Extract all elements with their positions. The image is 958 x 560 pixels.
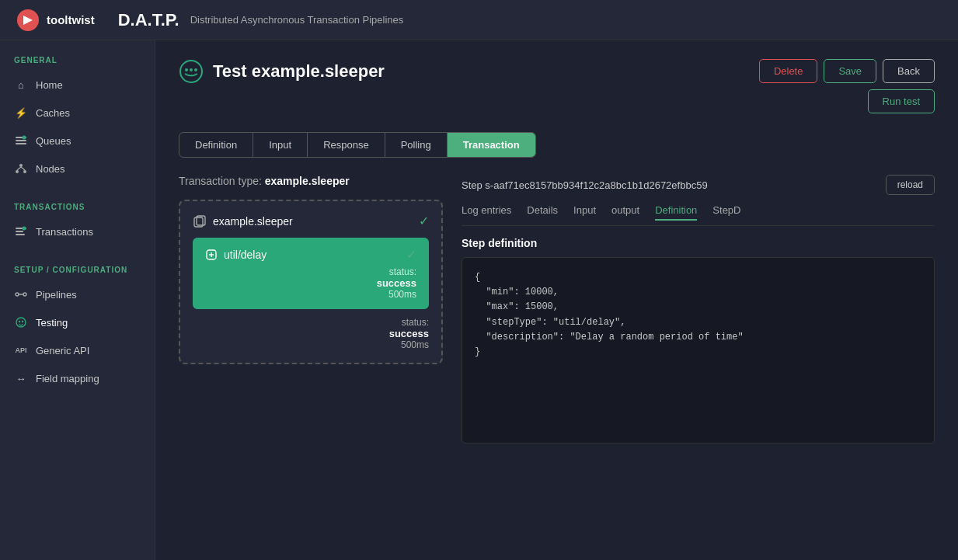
transaction-box-header: example.sleeper ✓ <box>193 214 429 228</box>
svg-point-14 <box>23 227 26 231</box>
transaction-box-title: example.sleeper <box>193 214 293 228</box>
sidebar-item-testing[interactable]: Testing <box>0 308 155 336</box>
step-tab-log-entries[interactable]: Log entries <box>462 204 511 221</box>
svg-point-16 <box>23 293 26 296</box>
home-icon: ⌂ <box>14 78 28 92</box>
svg-point-6 <box>19 164 23 167</box>
app-subtitle: Distributed Asynchronous Transaction Pip… <box>190 14 404 26</box>
setup-section-label: SETUP / CONFIGURATION <box>0 266 155 280</box>
page-title-icon <box>179 59 204 84</box>
fieldmapping-icon: ↔ <box>14 371 28 385</box>
left-panel: Transaction type: example.sleeper exampl… <box>179 175 443 443</box>
svg-rect-12 <box>16 231 23 232</box>
tab-response[interactable]: Response <box>308 133 385 157</box>
transaction-box-name: example.sleeper <box>213 215 293 228</box>
step-status: status: success 500ms <box>205 266 416 300</box>
api-icon: API <box>14 343 28 357</box>
svg-point-24 <box>194 68 197 71</box>
logo: tooltwist <box>16 8 95 33</box>
sidebar-item-pipelines[interactable]: Pipelines <box>0 280 155 308</box>
page-title: Test example.sleeper <box>213 61 385 82</box>
svg-rect-13 <box>16 234 25 235</box>
main-tabs: Definition Input Response Polling Transa… <box>179 132 536 158</box>
back-button[interactable]: Back <box>883 59 935 83</box>
step-icon <box>205 249 218 261</box>
sidebar-label-home: Home <box>36 79 63 91</box>
step-check-icon: ✓ <box>406 247 416 262</box>
svg-line-9 <box>17 167 21 170</box>
tab-transaction[interactable]: Transaction <box>448 133 535 157</box>
tab-polling[interactable]: Polling <box>385 133 448 157</box>
main-content: Test example.sleeper Delete Save Back Ru… <box>155 40 958 560</box>
svg-point-23 <box>190 68 193 71</box>
outer-status-label: status: <box>402 317 429 328</box>
caches-icon: ⚡ <box>14 106 28 120</box>
pipelines-icon <box>14 287 28 301</box>
run-test-button[interactable]: Run test <box>868 89 935 113</box>
step-card-title: util/delay <box>205 249 266 261</box>
svg-rect-4 <box>16 143 26 144</box>
sidebar-item-field-mapping[interactable]: ↔ Field mapping <box>0 364 155 392</box>
step-card-header: util/delay ✓ <box>205 247 416 262</box>
right-panel: Step s-aaf71ec8157bb934f12c2a8bc1b1d2672… <box>462 175 935 443</box>
tab-input[interactable]: Input <box>253 133 308 157</box>
step-name: util/delay <box>224 249 266 261</box>
testing-icon <box>14 315 28 329</box>
sidebar-label-transactions: Transactions <box>36 226 93 238</box>
sidebar-label-queues: Queues <box>36 135 71 147</box>
transaction-type-row: Transaction type: example.sleeper <box>179 175 443 187</box>
sidebar-item-queues[interactable]: Queues <box>0 127 155 155</box>
sidebar-item-home[interactable]: ⌂ Home <box>0 71 155 99</box>
sidebar-item-transactions[interactable]: Transactions <box>0 217 155 245</box>
sidebar-label-nodes: Nodes <box>36 163 65 175</box>
step-tab-input[interactable]: Input <box>573 204 596 221</box>
tab-definition[interactable]: Definition <box>179 133 253 157</box>
sidebar-label-fieldmapping: Field mapping <box>36 373 99 384</box>
transactions-icon <box>14 224 28 238</box>
outer-status: status: success 500ms <box>193 317 429 350</box>
header-buttons: Delete Save Back Run test <box>759 59 935 113</box>
delete-button[interactable]: Delete <box>759 59 818 83</box>
svg-point-8 <box>23 170 26 173</box>
transactions-section-label: TRANSACTIONS <box>0 203 155 217</box>
step-tab-definition[interactable]: Definition <box>655 204 697 221</box>
step-tab-details[interactable]: Details <box>527 204 558 221</box>
page-header: Test example.sleeper Delete Save Back Ru… <box>179 59 935 113</box>
step-status-value: success <box>205 277 416 289</box>
sidebar-label-api: Generic API <box>36 345 89 357</box>
sidebar-label-testing: Testing <box>36 317 68 329</box>
svg-line-10 <box>21 167 25 170</box>
transaction-check-icon: ✓ <box>419 214 429 228</box>
svg-point-20 <box>22 321 23 322</box>
title-row: Test example.sleeper <box>179 59 385 84</box>
logo-text: tooltwist <box>47 13 95 26</box>
step-card[interactable]: util/delay ✓ status: success 500ms <box>193 238 429 309</box>
transaction-type-label: Transaction type: <box>179 175 262 187</box>
sidebar-item-nodes[interactable]: Nodes <box>0 155 155 183</box>
outer-status-value: success <box>193 328 429 339</box>
sidebar-item-generic-api[interactable]: API Generic API <box>0 336 155 364</box>
transaction-box: example.sleeper ✓ <box>179 200 443 364</box>
svg-point-15 <box>16 293 19 296</box>
step-status-label: status: <box>389 266 416 277</box>
header-buttons-row1: Delete Save Back <box>759 59 935 83</box>
svg-point-5 <box>23 136 26 140</box>
step-definition-code: { "min": 10000, "max": 15000, "stepType"… <box>462 257 935 443</box>
sidebar-label-caches: Caches <box>36 107 70 119</box>
sidebar-item-caches[interactable]: ⚡ Caches <box>0 99 155 127</box>
transaction-type-value: example.sleeper <box>265 175 350 187</box>
step-tabs: Log entries Details Input output Definit… <box>462 204 935 226</box>
step-header: Step s-aaf71ec8157bb934f12c2a8bc1b1d2672… <box>462 175 935 195</box>
transaction-content: Transaction type: example.sleeper exampl… <box>179 175 935 443</box>
svg-rect-3 <box>16 140 26 141</box>
svg-point-22 <box>185 68 188 71</box>
topbar: tooltwist D.A.T.P. Distributed Asynchron… <box>0 0 958 40</box>
step-tab-output[interactable]: output <box>611 204 639 221</box>
save-button[interactable]: Save <box>824 59 876 83</box>
step-tab-stepd[interactable]: StepD <box>712 204 740 221</box>
logo-icon <box>16 8 40 33</box>
reload-button[interactable]: reload <box>886 175 935 195</box>
nodes-icon <box>14 162 28 176</box>
app-name: D.A.T.P. <box>118 10 179 30</box>
step-id: Step s-aaf71ec8157bb934f12c2a8bc1b1d2672… <box>462 179 708 191</box>
